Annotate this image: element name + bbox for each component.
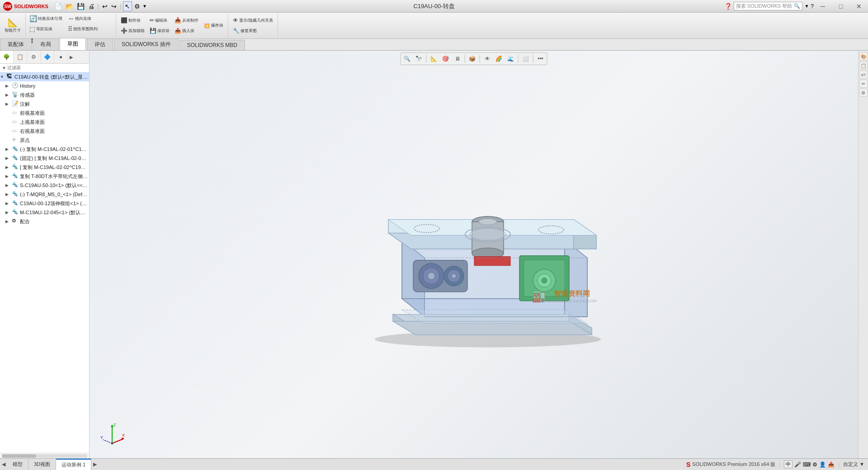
part5-toggle[interactable]: ▶ <box>5 183 12 188</box>
save-block-btn[interactable]: 💾保存块 <box>148 26 171 36</box>
sensors-toggle[interactable]: ▶ <box>5 93 12 97</box>
rp-btn3[interactable]: 🏷 <box>859 70 868 79</box>
convert-entities-btn[interactable]: 🔄转换实体引用 <box>28 14 64 24</box>
rp-btn2[interactable]: 📋 <box>859 61 868 70</box>
tree-item-mates[interactable]: ▶ ⚙ 配合 <box>0 217 89 226</box>
vp-zoom2-btn[interactable]: 🔭 <box>414 54 425 64</box>
mirror-entities-btn[interactable]: ↔镜向实体 <box>66 14 99 24</box>
options-btn[interactable]: ⚙ <box>133 2 142 11</box>
root-toggle[interactable]: ▼ <box>0 75 6 79</box>
tree-item-history[interactable]: ▶ 🕐 History <box>0 81 89 90</box>
tab-assembly[interactable]: 装配体 <box>0 38 32 50</box>
rp-btn1[interactable]: 🎨 <box>859 52 868 61</box>
save-btn[interactable]: 💾 <box>75 2 86 11</box>
tree-item-part2[interactable]: ▶ 🔩 (固定) [ 复制 M-C19AL-02-03^C19. <box>0 154 89 163</box>
undo-btn[interactable]: ↩ <box>101 2 109 11</box>
tree-item-origin[interactable]: · ✛ 原点 <box>0 136 89 145</box>
sidebar-scrollbar[interactable] <box>0 453 89 458</box>
sidebar-tab-tree[interactable]: 🌳 <box>0 51 14 63</box>
filter-icon[interactable]: ▼ <box>2 66 6 70</box>
vp-scene-btn[interactable]: 🌈 <box>494 54 505 64</box>
sidebar-tab-properties[interactable]: 📋 <box>14 51 27 63</box>
mates-toggle[interactable]: ▶ <box>5 219 12 224</box>
tab-sw-addins[interactable]: SOLIDWORKS 插件 <box>114 38 179 50</box>
explode-block-btn[interactable]: 💥爆炸块 <box>202 21 225 31</box>
help-dropdown[interactable]: ▼ <box>804 4 809 9</box>
new-btn[interactable]: 📄 <box>53 2 63 11</box>
tree-item-part1[interactable]: ▶ 🔩 (-) 复制 M-C19AL-02-01^C19AU- <box>0 145 89 154</box>
model-tab[interactable]: 模型 <box>7 459 28 470</box>
share-icon[interactable]: 📤 <box>828 461 835 468</box>
search-box[interactable]: 搜索 SOLIDWORKS 帮助 🔍 <box>734 2 803 10</box>
offset-entities-btn[interactable]: ⬚等距实体 <box>28 24 64 34</box>
keyboard-icon[interactable]: ⌨ <box>803 461 811 468</box>
tree-item-part5[interactable]: ▶ 🔩 S-C19AU-50-10<1> (默认<<默认> <box>0 181 89 190</box>
part4-toggle[interactable]: ▶ <box>5 174 12 179</box>
vp-layout-btn[interactable]: ⬜ <box>520 54 531 64</box>
annotations-toggle[interactable]: ▶ <box>5 102 12 106</box>
history-toggle[interactable]: ▶ <box>5 84 12 88</box>
3dview-tab[interactable]: 3D视图 <box>28 459 56 470</box>
repair-sketch-btn[interactable]: 🔧修复草图 <box>231 26 275 36</box>
add-remove-btn[interactable]: ➕添加移除 <box>119 26 146 36</box>
tree-item-top-plane[interactable]: · ▭ 上视基准面 <box>0 118 89 127</box>
customize-btn[interactable]: 自定义 ▼ <box>843 461 864 468</box>
scroll-left-btn[interactable]: ◀ <box>0 461 7 467</box>
linear-array-btn[interactable]: ⠿线性草图阵列 <box>66 24 99 34</box>
restore-btn[interactable]: □ <box>832 0 850 13</box>
part3-toggle[interactable]: ▶ <box>5 165 12 169</box>
dropdown-arrow[interactable]: ▼ <box>142 4 147 9</box>
sidebar-tab-camera[interactable]: ● <box>54 51 68 63</box>
mic-icon[interactable]: 🎤 <box>794 461 801 468</box>
tree-item-part3[interactable]: ▶ 🔩 [ 复制 M-C19AL-02-02^C19AU-00 <box>0 163 89 172</box>
vp-snap-btn[interactable]: 🎯 <box>440 54 451 64</box>
part6-toggle[interactable]: ▶ <box>5 192 12 197</box>
tree-item-sensors[interactable]: ▶ 📡 传感器 <box>0 90 89 99</box>
tree-item-part4[interactable]: ▶ 🔩 复制 T-80DT水平带轮式左侧后方ZI <box>0 172 89 181</box>
tree-item-right-plane[interactable]: · ▭ 右视基准面 <box>0 127 89 136</box>
user-icon[interactable]: 👤 <box>819 461 826 468</box>
vp-measure-btn[interactable]: 📐 <box>429 54 439 64</box>
rp-btn4[interactable]: ✏ <box>859 80 868 88</box>
sidebar-tab-display[interactable]: 🔷 <box>41 51 54 63</box>
scroll-right-btn[interactable]: ▶ <box>91 461 99 467</box>
sidebar-tab-more[interactable]: ▶ <box>68 51 75 63</box>
tab-layout[interactable]: 布局 <box>33 38 59 50</box>
tree-item-part8[interactable]: ▶ 🔩 M-C19AU-12-045<1> (默认<<默认> <box>0 208 89 217</box>
vp-display-btn[interactable]: 👁 <box>482 54 493 64</box>
vp-texture-btn[interactable]: 🌊 <box>505 54 516 64</box>
part7-toggle[interactable]: ▶ <box>5 201 12 206</box>
from-block-btn[interactable]: 📥从块制作 <box>173 15 200 25</box>
open-btn[interactable]: 📂 <box>64 2 75 11</box>
part2-toggle[interactable]: ▶ <box>5 156 12 160</box>
vp-view-btn[interactable]: 📦 <box>467 54 478 64</box>
sidebar-tab-config[interactable]: ⚙ <box>27 51 41 63</box>
help-btn[interactable]: ? <box>811 3 814 9</box>
select-btn[interactable]: ↖ <box>123 1 132 11</box>
smart-dimension-btn[interactable]: 📐 智能尺寸 <box>2 14 24 38</box>
tree-item-annotations[interactable]: ▶ 📝 注解 <box>0 99 89 108</box>
vp-zoom-btn[interactable]: 🔍 <box>402 54 413 64</box>
show-hide-relations-btn[interactable]: 👁显示/隐藏几何关系 <box>231 15 275 25</box>
edit-block-btn[interactable]: ✏编辑块 <box>148 15 171 25</box>
redo-btn[interactable]: ↪ <box>110 2 118 11</box>
insert-block-btn[interactable]: 📤插入块 <box>173 26 200 36</box>
motion-tab[interactable]: 运动算例 1 <box>56 459 91 470</box>
tree-item-part6[interactable]: ▶ 🔩 (-) T-MQR8_M5_0_<1> (Default<默 <box>0 190 89 199</box>
minimize-btn[interactable]: ─ <box>814 0 832 13</box>
tree-item-front-plane[interactable]: · ▭ 前视基准面 <box>0 108 89 118</box>
rp-btn5[interactable]: ⚙ <box>859 89 868 97</box>
tree-item-part7[interactable]: ▶ 🔩 C19AU-00-12顶伸模组<1> (Defaul <box>0 199 89 208</box>
part8-toggle[interactable]: ▶ <box>5 210 12 215</box>
make-block-btn[interactable]: ⬛制作块 <box>119 15 146 25</box>
vp-screen-btn[interactable]: 🖥 <box>452 54 463 64</box>
vp-more-btn[interactable]: ••• <box>535 54 546 64</box>
print-btn[interactable]: 🖨 <box>87 2 96 11</box>
ime-indicator[interactable]: 中 <box>784 461 793 468</box>
tree-root-item[interactable]: ▼ 🏗 C19AU-00-转盘 (默认<默认_显示状态-1 <box>0 72 89 81</box>
close-btn[interactable]: ✕ <box>850 0 868 13</box>
tab-sw-mbd[interactable]: SOLIDWORKS MBD <box>179 40 245 50</box>
tab-evaluate[interactable]: 评估 <box>87 38 113 50</box>
tab-sketch[interactable]: 草图 <box>60 38 86 50</box>
part1-toggle[interactable]: ▶ <box>5 147 12 151</box>
